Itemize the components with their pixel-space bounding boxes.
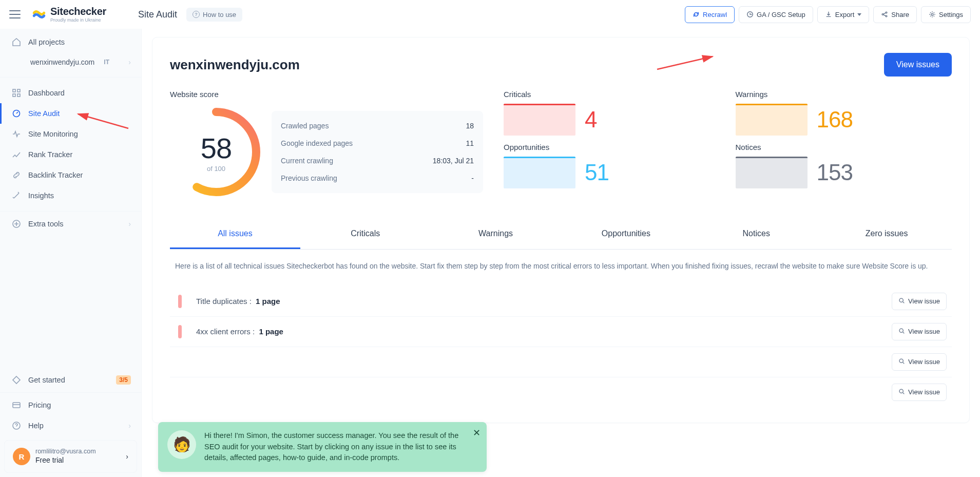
tab-opportunities[interactable]: Opportunities bbox=[561, 221, 691, 249]
score-gauge: 58 of 100 bbox=[170, 106, 262, 198]
sidebar-item-all-projects[interactable]: All projects bbox=[0, 32, 141, 52]
home-icon bbox=[12, 37, 21, 47]
svg-rect-8 bbox=[17, 94, 20, 97]
svg-rect-6 bbox=[17, 89, 20, 92]
menu-toggle[interactable] bbox=[9, 10, 21, 18]
share-icon bbox=[881, 11, 888, 18]
account-email: romlilitro@vusra.com bbox=[35, 448, 96, 456]
view-issues-button[interactable]: View issues bbox=[884, 53, 952, 77]
issue-row[interactable]: Title duplicates : 1 page View issue bbox=[170, 287, 952, 316]
svg-point-3 bbox=[886, 15, 887, 17]
tab-criticals[interactable]: Criticals bbox=[300, 221, 431, 249]
chevron-right-icon: › bbox=[128, 58, 131, 66]
sidebar-item-help[interactable]: Help › bbox=[0, 415, 141, 436]
avatar: R bbox=[13, 448, 30, 465]
svg-point-18 bbox=[899, 389, 903, 393]
warnings-label: Warnings bbox=[736, 90, 952, 99]
wand-icon bbox=[12, 191, 21, 200]
recrawl-button[interactable]: Recrawl bbox=[685, 6, 735, 23]
page-title: Site Audit bbox=[138, 9, 177, 20]
sidebar-item-backlink-tracker[interactable]: Backlink Tracker bbox=[0, 165, 141, 185]
ga-gsc-button[interactable]: GA / GSC Setup bbox=[739, 6, 813, 23]
download-icon bbox=[825, 11, 832, 18]
sidebar-item-get-started[interactable]: Get started 3/5 bbox=[0, 370, 141, 390]
close-icon[interactable]: ✕ bbox=[473, 427, 481, 438]
tab-notices[interactable]: Notices bbox=[691, 221, 821, 249]
chevron-right-icon: › bbox=[128, 220, 131, 228]
sidebar-item-extra-tools[interactable]: Extra tools › bbox=[0, 214, 141, 234]
svg-rect-7 bbox=[13, 94, 15, 97]
severity-indicator bbox=[178, 325, 182, 338]
chart-icon bbox=[12, 150, 21, 159]
account-plan: Free trial bbox=[35, 456, 96, 465]
logo-mark-icon bbox=[32, 9, 46, 20]
warnings-value: 168 bbox=[817, 107, 853, 132]
domain-title: wenxinwendyju.com bbox=[170, 57, 300, 73]
account-menu[interactable]: R romlilitro@vusra.com Free trial › bbox=[4, 440, 137, 473]
gauge-icon bbox=[12, 109, 21, 118]
view-issue-button[interactable]: View issue bbox=[892, 293, 947, 310]
notices-value: 153 bbox=[817, 160, 853, 185]
help-circle-icon bbox=[12, 421, 21, 430]
link-icon bbox=[12, 170, 21, 180]
criticals-bar[interactable] bbox=[504, 104, 575, 136]
settings-button[interactable]: Settings bbox=[921, 6, 971, 23]
tab-all-issues[interactable]: All issues bbox=[170, 221, 300, 249]
topbar: Sitechecker Proudly made in Ukraine Site… bbox=[0, 0, 980, 29]
notices-label: Notices bbox=[736, 143, 952, 151]
gear-icon bbox=[929, 11, 936, 18]
export-button[interactable]: Export bbox=[817, 6, 870, 23]
tab-warnings[interactable]: Warnings bbox=[431, 221, 561, 249]
issue-row[interactable]: 4xx client errors : 1 page View issue bbox=[170, 316, 952, 347]
svg-rect-5 bbox=[13, 89, 15, 92]
brand-name: Sitechecker bbox=[50, 6, 106, 16]
issue-row[interactable]: View issue bbox=[170, 347, 952, 377]
plus-circle-icon bbox=[12, 219, 21, 228]
howto-button[interactable]: ? How to use bbox=[186, 8, 242, 22]
brand-tagline: Proudly made in Ukraine bbox=[50, 18, 106, 23]
toast-message: Hi there! I'm Simon, the customer succes… bbox=[204, 430, 465, 464]
sidebar-item-rank-tracker[interactable]: Rank Tracker bbox=[0, 144, 141, 165]
refresh-icon bbox=[693, 11, 700, 18]
card-icon bbox=[12, 400, 21, 410]
grid-icon bbox=[12, 88, 21, 98]
opportunities-label: Opportunities bbox=[504, 143, 720, 151]
google-icon bbox=[746, 11, 754, 18]
score-stats: Crawled pages18 Google indexed pages11 C… bbox=[272, 111, 483, 193]
warnings-bar[interactable] bbox=[736, 104, 808, 136]
onboarding-toast: 🧑 Hi there! I'm Simon, the customer succ… bbox=[158, 422, 487, 472]
pulse-icon bbox=[12, 129, 21, 139]
sidebar-project[interactable]: wenxinwendyju.com IT › bbox=[0, 52, 141, 72]
view-issue-button[interactable]: View issue bbox=[892, 353, 947, 371]
view-issue-button[interactable]: View issue bbox=[892, 323, 947, 340]
sidebar-item-site-audit[interactable]: Site Audit bbox=[0, 103, 141, 124]
diamond-icon bbox=[12, 375, 21, 385]
svg-point-17 bbox=[899, 359, 903, 362]
criticals-value: 4 bbox=[585, 107, 597, 132]
sidebar-item-insights[interactable]: Insights bbox=[0, 185, 141, 206]
issue-row[interactable]: View issue bbox=[170, 377, 952, 407]
svg-point-2 bbox=[886, 12, 887, 13]
search-icon bbox=[898, 328, 905, 336]
tab-zero-issues[interactable]: Zero issues bbox=[821, 221, 952, 249]
share-button[interactable]: Share bbox=[873, 6, 917, 23]
howto-label: How to use bbox=[203, 11, 236, 18]
opportunities-value: 51 bbox=[585, 160, 609, 185]
audit-card: wenxinwendyju.com View issues Website sc… bbox=[152, 37, 970, 423]
sidebar-item-site-monitoring[interactable]: Site Monitoring bbox=[0, 124, 141, 144]
sidebar-item-pricing[interactable]: Pricing bbox=[0, 395, 141, 415]
score-of: of 100 bbox=[207, 165, 225, 173]
sidebar-item-dashboard[interactable]: Dashboard bbox=[0, 83, 141, 103]
caret-down-icon bbox=[857, 13, 861, 16]
score-value: 58 bbox=[201, 131, 232, 165]
main-content: wenxinwendyju.com View issues Website sc… bbox=[142, 0, 980, 477]
criticals-label: Criticals bbox=[504, 90, 720, 99]
view-issue-button[interactable]: View issue bbox=[892, 384, 947, 401]
issues-list: Title duplicates : 1 page View issue 4xx… bbox=[170, 287, 952, 407]
tab-description: Here is a list of all technical issues S… bbox=[170, 250, 952, 275]
logo[interactable]: Sitechecker Proudly made in Ukraine bbox=[32, 6, 106, 23]
svg-point-4 bbox=[931, 13, 933, 15]
chevron-right-icon: › bbox=[126, 452, 128, 461]
opportunities-bar[interactable] bbox=[504, 157, 575, 188]
notices-bar[interactable] bbox=[736, 157, 808, 188]
